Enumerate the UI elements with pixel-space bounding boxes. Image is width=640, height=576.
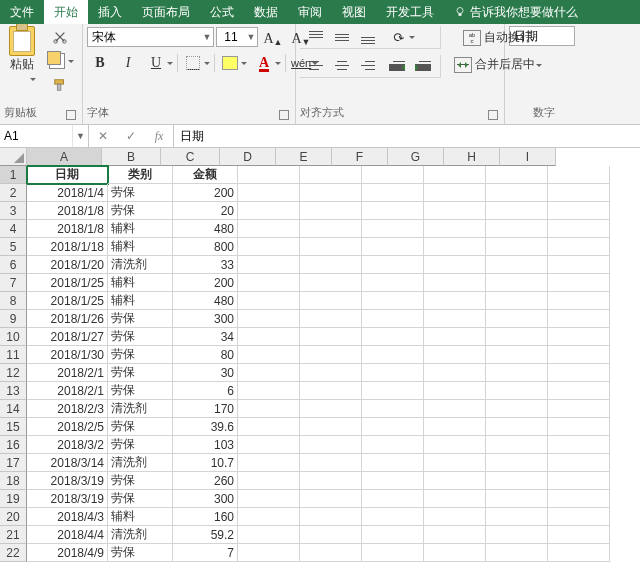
cell[interactable]: 劳保 — [108, 382, 173, 400]
cell[interactable]: 170 — [173, 400, 238, 418]
cell[interactable] — [238, 364, 300, 382]
cell[interactable] — [362, 526, 424, 544]
row-header[interactable]: 10 — [0, 328, 27, 346]
row-header[interactable]: 6 — [0, 256, 27, 274]
cell[interactable] — [362, 364, 424, 382]
cell[interactable]: 劳保 — [108, 202, 173, 220]
cell[interactable]: 辅料 — [108, 292, 173, 310]
column-header[interactable]: D — [220, 148, 276, 166]
cell[interactable] — [300, 328, 362, 346]
tab-view[interactable]: 视图 — [332, 0, 376, 24]
row-header[interactable]: 7 — [0, 274, 27, 292]
cell[interactable] — [362, 256, 424, 274]
cell[interactable] — [486, 400, 548, 418]
cell[interactable] — [424, 220, 486, 238]
row-header[interactable]: 5 — [0, 238, 27, 256]
cell[interactable] — [548, 274, 610, 292]
cell[interactable] — [486, 436, 548, 454]
cell[interactable]: 2018/4/9 — [27, 544, 108, 562]
cell[interactable] — [486, 382, 548, 400]
cell[interactable]: 480 — [173, 292, 238, 310]
cell[interactable] — [548, 364, 610, 382]
column-header[interactable]: A — [27, 148, 102, 166]
cell[interactable]: 清洗剂 — [108, 454, 173, 472]
increase-indent-button[interactable] — [411, 55, 437, 77]
cell[interactable] — [300, 454, 362, 472]
cell[interactable] — [238, 220, 300, 238]
cell[interactable] — [300, 472, 362, 490]
cell[interactable]: 300 — [173, 490, 238, 508]
row-header[interactable]: 22 — [0, 544, 27, 562]
cell[interactable] — [548, 382, 610, 400]
cell[interactable] — [486, 508, 548, 526]
row-header[interactable]: 20 — [0, 508, 27, 526]
cell[interactable] — [548, 202, 610, 220]
cell[interactable] — [548, 490, 610, 508]
cell[interactable]: 劳保 — [108, 544, 173, 562]
cell[interactable] — [238, 292, 300, 310]
italic-button[interactable]: I — [115, 52, 141, 74]
row-header[interactable]: 19 — [0, 490, 27, 508]
cell[interactable]: 辅料 — [108, 238, 173, 256]
cell[interactable] — [362, 346, 424, 364]
cell[interactable] — [424, 184, 486, 202]
paste-dropdown[interactable] — [6, 73, 38, 85]
cell[interactable] — [238, 346, 300, 364]
cell[interactable] — [486, 202, 548, 220]
underline-button[interactable]: U — [143, 52, 175, 74]
row-header[interactable]: 9 — [0, 310, 27, 328]
row-header[interactable]: 17 — [0, 454, 27, 472]
cell[interactable]: 劳保 — [108, 310, 173, 328]
cell[interactable] — [424, 310, 486, 328]
cell[interactable] — [548, 238, 610, 256]
column-header[interactable]: F — [332, 148, 388, 166]
cell[interactable] — [238, 202, 300, 220]
cell[interactable] — [362, 490, 424, 508]
cell[interactable] — [548, 526, 610, 544]
tab-insert[interactable]: 插入 — [88, 0, 132, 24]
align-center-button[interactable] — [329, 55, 355, 77]
cell[interactable] — [238, 328, 300, 346]
clipboard-dialog-launcher[interactable] — [66, 110, 76, 120]
cell[interactable] — [300, 184, 362, 202]
cell[interactable] — [548, 436, 610, 454]
cell[interactable] — [486, 544, 548, 562]
cell[interactable] — [300, 544, 362, 562]
column-header[interactable]: G — [388, 148, 444, 166]
cell[interactable]: 480 — [173, 220, 238, 238]
confirm-formula-button[interactable]: ✓ — [117, 124, 145, 148]
cell[interactable] — [424, 364, 486, 382]
cell[interactable]: 2018/1/8 — [27, 220, 108, 238]
cell[interactable] — [486, 328, 548, 346]
cell[interactable]: 2018/4/4 — [27, 526, 108, 544]
cell[interactable]: 260 — [173, 472, 238, 490]
cell[interactable] — [362, 508, 424, 526]
formula-input[interactable] — [174, 125, 640, 147]
cut-button[interactable] — [44, 26, 76, 48]
cell[interactable] — [486, 418, 548, 436]
tell-me-search[interactable]: 告诉我你想要做什么 — [444, 0, 588, 24]
cell[interactable]: 日期 — [27, 166, 108, 184]
cell[interactable]: 6 — [173, 382, 238, 400]
fill-color-button[interactable] — [217, 52, 249, 74]
cell[interactable] — [362, 220, 424, 238]
cell[interactable] — [486, 364, 548, 382]
cell[interactable] — [486, 220, 548, 238]
cell[interactable] — [300, 364, 362, 382]
cell[interactable] — [424, 526, 486, 544]
cell[interactable] — [362, 472, 424, 490]
cell[interactable]: 300 — [173, 310, 238, 328]
cell[interactable]: 劳保 — [108, 364, 173, 382]
font-name-input[interactable] — [88, 29, 201, 45]
cell[interactable] — [300, 508, 362, 526]
cell[interactable] — [424, 328, 486, 346]
cell[interactable] — [486, 166, 548, 184]
cell[interactable] — [238, 382, 300, 400]
align-top-button[interactable] — [303, 26, 329, 48]
cell[interactable]: 39.6 — [173, 418, 238, 436]
cell[interactable] — [300, 400, 362, 418]
cell[interactable] — [362, 436, 424, 454]
cell[interactable]: 劳保 — [108, 328, 173, 346]
cell[interactable]: 2018/1/8 — [27, 202, 108, 220]
cell[interactable] — [424, 256, 486, 274]
